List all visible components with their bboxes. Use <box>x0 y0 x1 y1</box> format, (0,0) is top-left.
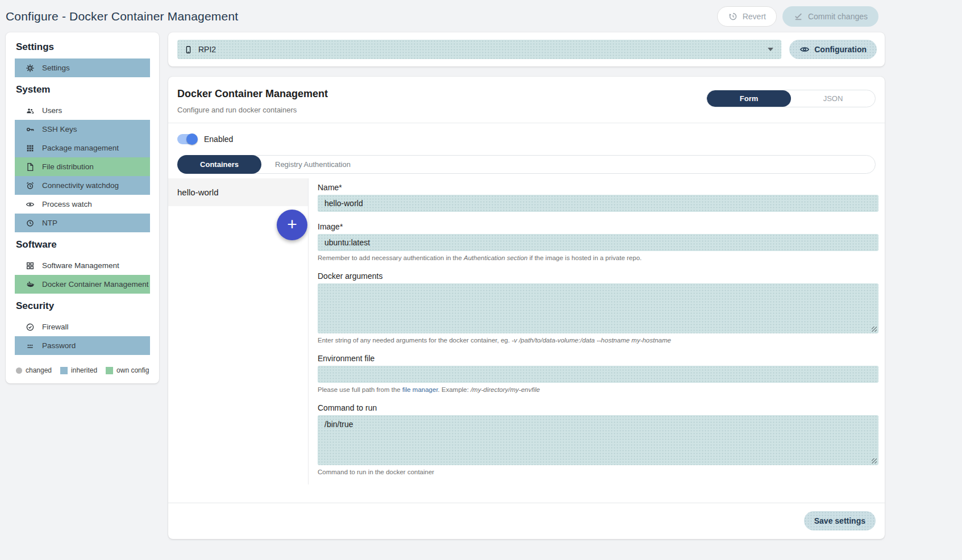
tab-containers[interactable]: Containers <box>177 155 261 174</box>
chevron-down-icon[interactable] <box>768 48 773 51</box>
container-list: hello-world + <box>168 178 308 484</box>
sidebar-item-users[interactable]: Users <box>15 101 150 120</box>
toggle-thumb <box>186 133 198 145</box>
alarm-clock-icon <box>26 181 35 190</box>
revert-button[interactable]: Revert <box>717 6 777 27</box>
environment-file-help-text: Please use full path from the file manag… <box>318 386 878 393</box>
sidebar-item-label: Docker Container Management <box>42 280 149 289</box>
device-select[interactable]: RPI2 <box>177 40 781 59</box>
sidebar-item-label: File distribution <box>42 162 94 171</box>
view-toggle-json[interactable]: JSON <box>791 90 875 107</box>
file-manager-link[interactable]: file manager <box>402 386 438 393</box>
check-underline-icon <box>793 11 803 22</box>
sidebar-item-docker-container-management[interactable]: Docker Container Management <box>15 275 150 294</box>
mobile-device-icon <box>184 45 193 54</box>
docker-config-panel: Docker Container Management Configure an… <box>168 77 885 539</box>
add-container-button[interactable]: + <box>277 210 307 240</box>
sidebar-section-software: Software <box>16 239 150 250</box>
gear-icon <box>26 64 35 73</box>
resize-handle[interactable] <box>872 458 877 463</box>
sidebar-item-label: Package management <box>42 144 119 152</box>
sidebar-item-software-management[interactable]: Software Management <box>15 256 150 275</box>
tab-registry-authentication[interactable]: Registry Authentication <box>261 160 364 169</box>
docker-whale-icon <box>26 280 35 289</box>
configuration-label: Configuration <box>814 45 867 54</box>
device-select-value: RPI2 <box>198 45 216 54</box>
sidebar-item-label: Firewall <box>42 323 69 331</box>
enabled-row: Enabled <box>168 123 885 155</box>
name-input[interactable] <box>318 195 878 212</box>
sidebar-item-label: Connectivity watchdog <box>42 181 119 190</box>
sidebar-item-label: Users <box>42 106 62 115</box>
sidebar-item-ntp[interactable]: NTP <box>15 214 150 232</box>
image-label: Image* <box>318 222 878 231</box>
page-title: Configure - Docker Container Management <box>6 10 238 23</box>
sidebar-item-label: Process watch <box>42 200 92 208</box>
docker-arguments-textarea[interactable] <box>318 283 878 333</box>
widgets-icon <box>26 261 35 270</box>
clock-icon <box>26 219 35 228</box>
command-help-text: Command to run in the docker container <box>318 469 878 475</box>
eye-icon <box>26 200 35 209</box>
docker-arguments-field-group: Docker arguments Enter string of any nee… <box>318 271 878 344</box>
command-label: Command to run <box>318 403 878 412</box>
environment-file-field-group: Environment file Please use full path fr… <box>318 354 878 393</box>
sidebar-item-label: NTP <box>42 219 57 227</box>
name-label: Name* <box>318 183 878 192</box>
docker-arguments-help-text: Enter string of any needed arguments for… <box>318 337 878 344</box>
panel-body: hello-world + Name* Image* Remember to a… <box>168 178 885 484</box>
sidebar-item-password[interactable]: Password <box>15 336 150 355</box>
image-help-text: Remember to add necessary authentication… <box>318 254 878 261</box>
sidebar-section-security: Security <box>16 300 150 312</box>
container-list-item[interactable]: hello-world <box>168 178 308 206</box>
enabled-toggle[interactable] <box>177 134 197 144</box>
legend-changed: changed <box>16 366 52 374</box>
command-textarea[interactable]: /bin/true <box>318 415 878 465</box>
legend-own-config: own config <box>106 366 149 374</box>
sidebar-item-settings[interactable]: Settings <box>15 58 150 77</box>
grid-icon <box>26 144 35 153</box>
save-settings-button[interactable]: Save settings <box>804 511 876 530</box>
configuration-button[interactable]: Configuration <box>789 40 877 59</box>
environment-file-label: Environment file <box>318 354 878 363</box>
changed-swatch <box>16 367 22 374</box>
container-tabs: Containers Registry Authentication <box>177 155 876 174</box>
own-config-swatch <box>106 367 113 374</box>
panel-subtitle: Configure and run docker containers <box>177 106 328 114</box>
command-field-group: Command to run /bin/true Command to run … <box>318 403 878 475</box>
view-toggle: Form JSON <box>706 90 876 107</box>
panel-footer: Save settings <box>168 503 885 539</box>
resize-handle[interactable] <box>872 327 877 332</box>
sidebar-item-file-distribution[interactable]: File distribution <box>15 157 150 176</box>
sidebar-item-package-management[interactable]: Package management <box>15 139 150 157</box>
sidebar-item-firewall[interactable]: Firewall <box>15 317 150 336</box>
environment-file-input[interactable] <box>318 366 878 383</box>
shield-check-icon <box>26 323 35 332</box>
sidebar-item-connectivity-watchdog[interactable]: Connectivity watchdog <box>15 176 150 195</box>
settings-sidebar: Settings Settings System Users SSH Keys <box>6 32 159 383</box>
sidebar-item-ssh-keys[interactable]: SSH Keys <box>15 120 150 139</box>
eye-icon <box>799 44 810 55</box>
sidebar-section-settings: Settings <box>16 41 150 53</box>
state-legend: changed inherited own config <box>15 366 150 374</box>
commit-changes-button[interactable]: Commit changes <box>782 6 878 27</box>
file-icon <box>26 162 35 172</box>
device-bar: RPI2 Configuration <box>168 32 885 66</box>
revert-label: Revert <box>743 12 766 21</box>
enabled-label: Enabled <box>204 135 233 144</box>
header-actions: Revert Commit changes <box>717 6 878 27</box>
image-input[interactable] <box>318 234 878 251</box>
container-form: Name* Image* Remember to add necessary a… <box>308 178 885 484</box>
image-field-group: Image* Remember to add necessary authent… <box>318 222 878 261</box>
password-dots-icon <box>26 341 35 350</box>
sidebar-item-label: SSH Keys <box>42 125 77 133</box>
sidebar-item-label: Settings <box>42 64 70 72</box>
commit-changes-label: Commit changes <box>808 12 868 21</box>
docker-arguments-label: Docker arguments <box>318 271 878 281</box>
app-root: Configure - Docker Container Management … <box>0 0 885 539</box>
inherited-swatch <box>60 367 68 374</box>
sidebar-section-system: System <box>16 84 150 95</box>
sidebar-item-process-watch[interactable]: Process watch <box>15 195 150 214</box>
sidebar-item-label: Software Management <box>42 261 119 270</box>
view-toggle-form[interactable]: Form <box>707 90 791 107</box>
